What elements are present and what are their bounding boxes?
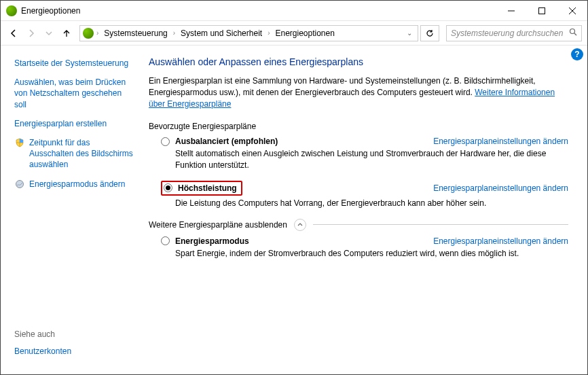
plan-saver-desc: Spart Energie, indem der Stromverbrauch … <box>175 248 555 260</box>
refresh-button[interactable] <box>420 25 439 41</box>
svg-rect-1 <box>538 7 545 14</box>
sidebar-display-off-link[interactable]: Zeitpunkt für das Ausschalten des Bildsc… <box>29 137 135 171</box>
sidebar-power-button-link[interactable]: Auswählen, was beim Drücken von Netzscha… <box>14 77 135 110</box>
plan-high-change-link[interactable]: Energiesparplaneinstellungen ändern <box>433 183 568 193</box>
sidebar-display-off-item[interactable]: Zeitpunkt für das Ausschalten des Bildsc… <box>14 137 135 171</box>
title-bar: Energieoptionen <box>1 1 587 21</box>
hide-plans-header: Weitere Energiesparpläne ausblenden <box>149 219 568 231</box>
toolbar: › Systemsteuerung › System und Sicherhei… <box>1 21 587 46</box>
address-dropdown[interactable]: ⌄ <box>407 29 415 37</box>
radio-icon <box>161 137 170 146</box>
plan-balanced-name: Ausbalanciert (empfohlen) <box>175 137 278 146</box>
collapse-button[interactable] <box>294 219 306 231</box>
search-icon <box>569 28 577 38</box>
preferred-plans-header: Bevorzugte Energiesparpläne <box>149 122 568 131</box>
chevron-right-icon[interactable]: › <box>268 29 270 37</box>
app-icon <box>6 5 17 16</box>
breadcrumb-root[interactable]: Systemsteuerung <box>101 27 170 39</box>
svg-point-6 <box>16 180 24 188</box>
sidebar-create-plan-link[interactable]: Energiesparplan erstellen <box>14 118 135 129</box>
help-icon[interactable]: ? <box>571 48 583 60</box>
radio-selected-icon <box>164 183 172 192</box>
plan-balanced-radio-wrap[interactable]: Ausbalanciert (empfohlen) <box>161 137 278 146</box>
breadcrumb-current[interactable]: Energieoptionen <box>272 27 337 39</box>
plan-power-saver: Energiesparmodus Energiesparplaneinstell… <box>161 236 568 260</box>
plan-balanced: Ausbalanciert (empfohlen) Energiesparpla… <box>161 137 568 171</box>
radio-icon <box>161 236 170 245</box>
recent-dropdown[interactable] <box>41 26 56 41</box>
up-button[interactable] <box>59 26 74 41</box>
sidebar-home-link[interactable]: Startseite der Systemsteuerung <box>14 58 135 69</box>
plan-high-name: Höchstleistung <box>178 183 237 193</box>
page-description: Ein Energiesparplan ist eine Sammlung vo… <box>149 75 568 109</box>
search-input[interactable]: Systemsteuerung durchsuchen <box>446 25 582 41</box>
see-also-label: Siehe auch <box>14 329 135 339</box>
plan-saver-radio-wrap[interactable]: Energiesparmodus <box>161 236 249 246</box>
minimize-button[interactable] <box>496 1 526 21</box>
shield-icon <box>14 137 25 148</box>
hide-plans-label: Weitere Energiesparpläne ausblenden <box>149 220 287 230</box>
close-button[interactable] <box>557 1 587 21</box>
address-bar[interactable]: › Systemsteuerung › System und Sicherhei… <box>79 25 418 41</box>
plan-high-performance: Höchstleistung Energiesparplaneinstellun… <box>161 181 568 209</box>
sidebar-sleep-item[interactable]: Energiesparmodus ändern <box>14 179 135 190</box>
plan-high-radio-wrap[interactable]: Höchstleistung <box>161 181 242 196</box>
sidebar-sleep-link[interactable]: Energiesparmodus ändern <box>29 179 125 190</box>
page-heading: Auswählen oder Anpassen eines Energiespa… <box>149 56 568 67</box>
plan-saver-change-link[interactable]: Energiesparplaneinstellungen ändern <box>433 236 568 246</box>
plan-balanced-change-link[interactable]: Energiesparplaneinstellungen ändern <box>433 137 568 146</box>
plan-balanced-desc: Stellt automatisch einen Ausgleich zwisc… <box>175 148 555 171</box>
plan-saver-name: Energiesparmodus <box>175 236 249 246</box>
maximize-button[interactable] <box>526 1 557 21</box>
address-icon <box>83 28 94 39</box>
svg-line-5 <box>574 33 576 35</box>
forward-button[interactable] <box>24 26 39 41</box>
main-area: Startseite der Systemsteuerung Auswählen… <box>1 46 587 374</box>
search-placeholder: Systemsteuerung durchsuchen <box>451 29 563 38</box>
svg-point-4 <box>570 29 575 34</box>
window-controls <box>496 1 587 21</box>
chevron-right-icon[interactable]: › <box>173 29 175 37</box>
chevron-right-icon[interactable]: › <box>96 29 98 37</box>
plan-high-desc: Die Leistung des Computers hat Vorrang, … <box>175 198 555 209</box>
content: ? Auswählen oder Anpassen eines Energies… <box>143 46 587 374</box>
sidebar: Startseite der Systemsteuerung Auswählen… <box>1 46 143 374</box>
breadcrumb-category[interactable]: System und Sicherheit <box>178 27 265 39</box>
back-button[interactable] <box>6 26 21 41</box>
globe-icon <box>14 179 25 190</box>
sidebar-bottom: Siehe auch Benutzerkonten <box>14 329 135 366</box>
window-title: Energieoptionen <box>21 6 80 16</box>
sidebar-user-accounts-link[interactable]: Benutzerkonten <box>14 346 135 357</box>
